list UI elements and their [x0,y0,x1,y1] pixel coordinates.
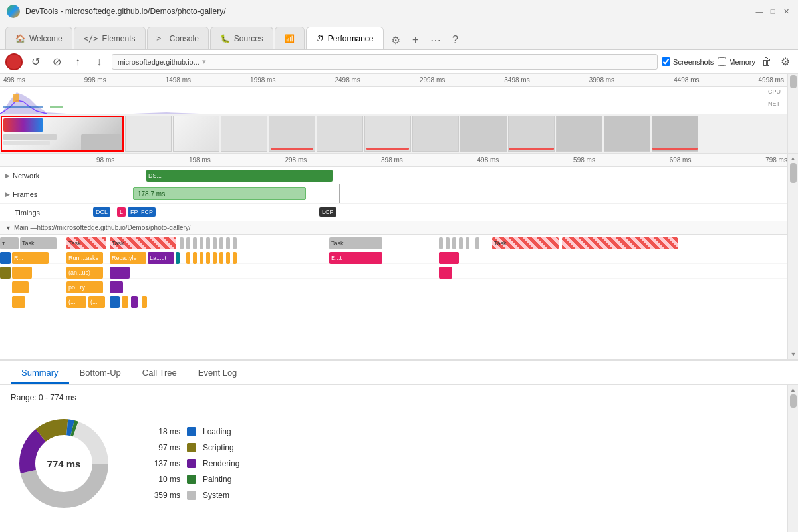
overview-scrollbar-thumb[interactable] [790,75,797,88]
bottom-scrollbar[interactable]: ▲ ▼ [787,385,798,532]
screenshot-thumb-2[interactable] [173,116,219,152]
screenshot-thumb-11[interactable] [604,116,650,152]
main-collapse-icon[interactable]: ▼ [5,225,11,231]
tab-bottom-up[interactable]: Bottom-Up [69,363,132,384]
sub-task-la[interactable]: La...ut [148,252,174,264]
frames-track-content[interactable]: 178.7 ms [93,184,798,203]
row4-pu1[interactable] [110,281,123,293]
screenshot-thumb-8[interactable] [460,116,507,152]
task-small1[interactable] [180,237,184,249]
frames-expand-icon[interactable]: ▶ [5,191,10,198]
timing-lcp[interactable]: LCP [319,207,336,217]
memory-checkbox-label[interactable]: Memory [718,57,755,66]
network-track-content[interactable]: DS... [93,167,798,184]
sub-task-y6[interactable] [219,252,223,264]
sub-task-y8[interactable] [233,252,237,264]
sub-task-reca[interactable]: Reca..yle [110,252,146,264]
tab-event-log[interactable]: Event Log [188,363,248,384]
task-small5[interactable] [206,237,210,249]
maximize-button[interactable]: □ [767,6,778,17]
sub-task-run[interactable]: Run ...asks [66,252,103,264]
help-button[interactable]: ? [446,31,465,49]
task-task1[interactable]: Task [20,237,57,249]
timeline-scrollbar-thumb[interactable] [790,163,797,183]
task-small12[interactable] [452,237,456,249]
overview-scrollbar[interactable] [787,74,798,153]
screenshot-thumb-1[interactable] [125,116,172,152]
screenshot-thumb-5[interactable] [317,116,363,152]
upload-button[interactable]: ↑ [69,53,86,70]
task-small9[interactable] [233,237,237,249]
scroll-down-icon[interactable]: ▼ [788,351,798,358]
memory-checkbox[interactable] [718,57,726,66]
row3-y1[interactable] [12,267,32,279]
row3-pu1[interactable] [110,267,130,279]
row5-b1[interactable] [110,296,120,308]
record-button[interactable] [5,53,23,70]
more-tabs-button[interactable]: ⋯ [426,31,445,49]
sub-task-y3[interactable] [200,252,203,264]
sub-task-y4[interactable] [206,252,210,264]
network-ds-block[interactable]: DS... [146,170,332,182]
screenshot-thumb-7[interactable] [412,116,459,152]
bottom-scrollbar-thumb[interactable] [790,394,797,408]
sub-task-y7[interactable] [226,252,230,264]
timing-l[interactable]: L [117,207,126,217]
task-small14[interactable] [466,237,469,249]
row3-anus[interactable]: (an...us) [66,267,103,279]
screenshot-thumb-0[interactable] [1,116,124,152]
row5-an2[interactable]: (... [88,296,105,308]
task-small13[interactable] [459,237,463,249]
sub-task-t1[interactable] [176,252,180,264]
row4-po[interactable]: po...ry [66,281,103,293]
tab-sources[interactable]: 🐛 Sources [210,27,273,49]
sub-task-y5[interactable] [213,252,217,264]
minimize-button[interactable]: — [754,6,765,17]
frame-block[interactable]: 178.7 ms [133,187,306,200]
timing-fcp[interactable]: FCP [138,207,156,217]
row5-y2[interactable] [122,296,128,308]
bottom-scroll-up[interactable]: ▲ [788,386,798,393]
timing-dcl[interactable]: DCL [93,207,110,217]
settings-perf-button[interactable]: ⚙ [778,55,793,69]
task-task3[interactable]: Task [110,237,176,249]
task-small10[interactable] [439,237,443,249]
tab-performance[interactable]: ⏱ Performance [306,27,384,49]
sub-task-y2[interactable] [193,252,197,264]
screenshot-thumb-9[interactable] [508,116,555,152]
overview-timeline[interactable]: 498 ms 998 ms 1498 ms 1998 ms 2498 ms 29… [0,74,787,153]
row5-y1[interactable] [12,296,25,308]
settings-tab-button[interactable]: ⚙ [386,31,405,49]
row4-y1[interactable] [12,281,29,293]
clear-button[interactable]: ⊘ [48,53,65,70]
task-small15[interactable] [475,237,479,249]
task-task2[interactable]: Task [66,237,106,249]
tab-welcome[interactable]: 🏠 Welcome [5,27,72,49]
sub-task-b1[interactable] [0,252,11,264]
task-t1[interactable]: T... [0,237,19,249]
screenshot-thumb-12[interactable] [652,116,698,152]
task-task4[interactable]: Task [329,237,382,249]
screenshots-checkbox-label[interactable]: Screenshots [662,57,714,66]
new-tab-button[interactable]: + [406,31,425,49]
trash-button[interactable]: 🗑 [759,55,774,69]
task-small6[interactable] [213,237,217,249]
task-small7[interactable] [219,237,223,249]
task-small11[interactable] [446,237,450,249]
row5-an1[interactable]: (... [66,296,86,308]
row3-pk1[interactable] [439,267,452,279]
download-button[interactable]: ↓ [90,53,108,70]
url-chevron[interactable]: ▾ [202,57,206,66]
reload-button[interactable]: ↺ [27,53,44,70]
sub-task-et[interactable]: E...t [329,252,382,264]
tab-network[interactable]: 📶 [275,27,305,49]
screenshots-checkbox[interactable] [662,57,670,66]
row3-b1[interactable] [0,267,11,279]
sub-task-r1[interactable]: R... [12,252,49,264]
screenshot-thumb-3[interactable] [221,116,267,152]
row5-pu1[interactable] [131,296,138,308]
scroll-up-icon[interactable]: ▲ [788,155,798,162]
close-button[interactable]: ✕ [781,6,791,17]
tab-console[interactable]: ≥_ Console [147,27,209,49]
row5-y3[interactable] [142,296,147,308]
